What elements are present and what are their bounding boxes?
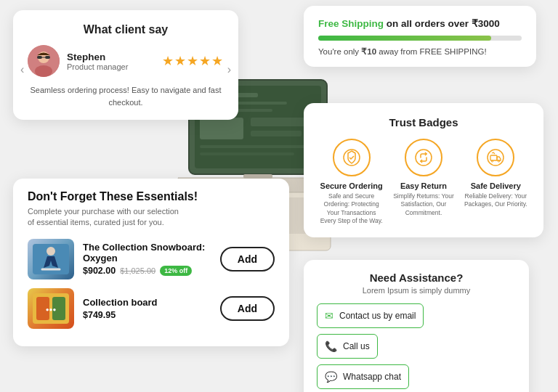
secure-desc: Safe and Secure Ordering: Protecting You… [319,192,384,226]
delivery-icon [477,139,514,176]
contact-email-button[interactable]: ✉ Contact us by email [317,303,424,328]
email-icon: ✉ [325,310,333,322]
assist-sub: Lorem Ipsum is simply dummy [317,286,516,295]
snowboard-image [28,239,74,279]
badge-return: Easy Return Simplify Returns: Your Satis… [391,139,456,226]
svg-rect-29 [490,155,497,160]
essentials-item-2: ●●● Collection board $749.95 Add [28,288,275,329]
item1-details: The Collection Snowboard: Oxygen $902.00… [83,242,211,276]
return-label: Easy Return [400,181,447,190]
progress-bar-fill [318,36,491,41]
shipping-title: Free Shipping on all orders over ₹3000 [318,17,522,29]
shipping-green-text: Free Shipping [318,18,384,29]
whatsapp-icon: 💬 [325,371,337,383]
testimonial-card: What client say ‹ › Stephen Product mana… [13,10,238,120]
trust-badges-list: Secure Ordering Safe and Secure Ordering… [315,139,532,226]
svg-rect-8 [200,145,316,148]
secure-icon [333,139,371,176]
essentials-card: Don't Forget These Essentials! Complete … [13,179,289,346]
item1-discount: 12% off [160,266,192,276]
call-us-label: Call us [343,341,370,351]
item1-name: The Collection Snowboard: Oxygen [83,242,211,264]
testimonial-name: Stephen [67,52,128,62]
badge-secure: Secure Ordering Safe and Secure Ordering… [319,139,384,226]
testimonial-comment: Seamless ordering process! Easy to navig… [28,84,224,108]
return-icon [405,139,442,176]
shipping-card: Free Shipping on all orders over ₹3000 Y… [304,6,536,67]
svg-point-31 [498,160,500,162]
delivery-desc: Reliable Delivery: Your Packages, Our Pr… [463,192,528,209]
item2-details: Collection board $749.95 [83,297,211,320]
phone-icon: 📞 [325,340,337,352]
trust-badges-title: Trust Badges [315,116,532,128]
shipping-normal-text2: on all orders over ₹3000 [387,18,500,29]
svg-point-28 [488,150,504,166]
item2-price: $749.95 [83,310,116,320]
svg-point-39 [46,247,55,256]
item1-old-price: $1,025.00 [120,266,155,275]
item2-price-row: $749.95 [83,310,211,320]
shipping-sub-text: You're only ₹10 away from FREE SHIPPING! [318,46,522,57]
svg-rect-35 [37,56,42,59]
essentials-title: Don't Forget These Essentials! [28,190,275,203]
secure-label: Secure Ordering [320,181,383,190]
delivery-label: Safe Delivery [471,181,521,190]
item2-add-button[interactable]: Add [220,296,275,321]
item2-name: Collection board [83,297,211,308]
badge-delivery: Safe Delivery Reliable Delivery: Your Pa… [463,139,528,226]
svg-text:●●●: ●●● [46,306,57,313]
contact-email-label: Contact us by email [339,311,416,321]
item1-price: $902.00 [83,266,116,276]
testimonial-heading: What client say [28,23,224,36]
return-desc: Simplify Returns: Your Satisfaction, Our… [391,192,456,217]
testimonial-arrows: ‹ › [20,63,231,76]
shipping-amount: ₹10 [361,47,376,56]
essentials-item-1: The Collection Snowboard: Oxygen $902.00… [28,239,275,279]
svg-rect-9 [200,152,294,155]
whatsapp-button[interactable]: 💬 Whatsapp chat [317,364,409,389]
prev-arrow[interactable]: ‹ [20,63,24,76]
call-us-button[interactable]: 📞 Call us [317,334,378,359]
svg-point-30 [492,160,493,162]
board-image: ●●● [28,288,74,329]
svg-point-27 [416,150,432,166]
svg-rect-36 [45,56,50,59]
next-arrow[interactable]: › [227,63,231,76]
assist-title: Need Assistance? [317,271,516,284]
svg-rect-5 [200,118,243,139]
trust-badges-card: Trust Badges Secure Ordering Safe and Se… [304,103,543,237]
essentials-sub: Complete your purchase with our selectio… [28,206,275,229]
svg-rect-7 [251,131,302,136]
progress-bar-bg [318,36,522,41]
whatsapp-label: Whatsapp chat [343,372,401,382]
item1-add-button[interactable]: Add [220,247,275,271]
item1-price-row: $902.00 $1,025.00 12% off [83,266,211,276]
assist-card: Need Assistance? Lorem Ipsum is simply d… [304,260,529,392]
